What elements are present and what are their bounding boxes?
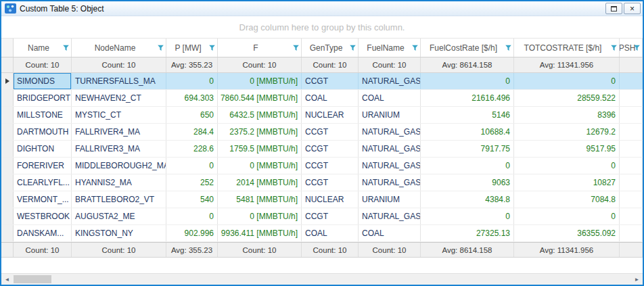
column-header-f[interactable]: F: [218, 39, 302, 57]
cell-gentype[interactable]: NUCLEAR: [302, 107, 359, 123]
cell-nodename[interactable]: NEWHAVEN2_CT: [72, 90, 166, 106]
cell-nodename[interactable]: TURNERSFALLS_MA: [72, 73, 166, 89]
cell-fuelcostrate[interactable]: 21616.496: [421, 90, 514, 106]
cell-name[interactable]: DANSKAM...: [14, 225, 72, 241]
cell-f[interactable]: 6432.5 [MMBTU/h]: [218, 107, 302, 123]
cell-totcostrate[interactable]: 28559.522: [514, 90, 620, 106]
cell-fuelname[interactable]: NATURAL_GAS: [359, 73, 421, 89]
filter-icon[interactable]: [63, 45, 69, 51]
cell-psh[interactable]: [620, 225, 643, 241]
cell-totcostrate[interactable]: 7084.8: [514, 191, 620, 208]
cell-totcostrate[interactable]: 0: [514, 158, 620, 174]
cell-name[interactable]: FORERIVER: [14, 158, 72, 174]
cell-totcostrate[interactable]: 0: [514, 208, 620, 224]
cell-fuelname[interactable]: NATURAL_GAS: [359, 141, 421, 157]
cell-name[interactable]: BRIDGEPORT: [14, 90, 72, 106]
table-row[interactable]: WESTBROOKAUGUSTA2_ME00 [MMBTU/h]CCGTNATU…: [1, 208, 643, 225]
cell-fuelcostrate[interactable]: 9063: [421, 174, 514, 191]
cell-gentype[interactable]: COAL: [302, 225, 359, 241]
cell-psh[interactable]: [620, 90, 643, 106]
filter-icon[interactable]: [209, 45, 215, 51]
row-indicator[interactable]: [1, 124, 14, 140]
cell-fuelname[interactable]: NATURAL_GAS: [359, 208, 421, 224]
row-indicator[interactable]: [1, 141, 14, 157]
cell-fuelcostrate[interactable]: 0: [421, 208, 514, 224]
scroll-right-button[interactable]: ►: [631, 274, 643, 285]
cell-f[interactable]: 5481 [MMBTU/h]: [218, 191, 302, 208]
table-row[interactable]: DANSKAM...KINGSTON_NY902.9969936.411 [MM…: [1, 225, 643, 242]
row-indicator[interactable]: [1, 191, 14, 208]
table-row[interactable]: VERMONT_...BRATTLEBORO2_VT5405481 [MMBTU…: [1, 191, 643, 208]
table-row[interactable]: FORERIVERMIDDLEBOROUGH2_MA00 [MMBTU/h]CC…: [1, 158, 643, 174]
scrollbar-thumb[interactable]: [14, 275, 51, 283]
cell-f[interactable]: 0 [MMBTU/h]: [218, 73, 302, 89]
cell-fuelcostrate[interactable]: 5146: [421, 107, 514, 123]
cell-p_mw[interactable]: 284.4: [166, 124, 218, 140]
cell-psh[interactable]: [620, 124, 643, 140]
table-row[interactable]: MILLSTONEMYSTIC_CT6506432.5 [MMBTU/h]NUC…: [1, 107, 643, 124]
cell-psh[interactable]: [620, 208, 643, 224]
group-by-panel[interactable]: Drag column here to group by this column…: [1, 16, 643, 39]
cell-p_mw[interactable]: 902.996: [166, 225, 218, 241]
cell-fuelname[interactable]: NATURAL_GAS: [359, 124, 421, 140]
row-indicator[interactable]: [1, 73, 14, 89]
cell-f[interactable]: 9936.411 [MMBTU/h]: [218, 225, 302, 241]
cell-nodename[interactable]: KINGSTON_NY: [72, 225, 166, 241]
filter-icon[interactable]: [634, 45, 640, 51]
cell-nodename[interactable]: FALLRIVER4_MA: [72, 124, 166, 140]
cell-totcostrate[interactable]: 0: [514, 73, 620, 89]
table-row[interactable]: CLEARLYFL...HYANNIS2_MA2522014 [MMBTU/h]…: [1, 174, 643, 191]
row-indicator[interactable]: [1, 225, 14, 241]
cell-psh[interactable]: [620, 191, 643, 208]
cell-psh[interactable]: [620, 73, 643, 89]
cell-f[interactable]: 0 [MMBTU/h]: [218, 158, 302, 174]
cell-p_mw[interactable]: 0: [166, 208, 218, 224]
cell-totcostrate[interactable]: 8396: [514, 107, 620, 123]
cell-gentype[interactable]: CCGT: [302, 141, 359, 157]
cell-gentype[interactable]: CCGT: [302, 73, 359, 89]
cell-gentype[interactable]: COAL: [302, 90, 359, 106]
cell-fuelname[interactable]: NATURAL_GAS: [359, 174, 421, 191]
cell-fuelname[interactable]: URANIUM: [359, 191, 421, 208]
titlebar[interactable]: Custom Table 5: Object ×: [1, 1, 643, 16]
cell-gentype[interactable]: CCGT: [302, 208, 359, 224]
column-header-name[interactable]: Name: [14, 39, 72, 57]
cell-p_mw[interactable]: 650: [166, 107, 218, 123]
cell-name[interactable]: CLEARLYFL...: [14, 174, 72, 191]
cell-fuelcostrate[interactable]: 7917.75: [421, 141, 514, 157]
row-indicator[interactable]: [1, 208, 14, 224]
column-header-fuelcostrate[interactable]: FuelCostRate [$/h]: [421, 39, 514, 57]
horizontal-scrollbar[interactable]: ◄ ►: [1, 273, 643, 285]
cell-nodename[interactable]: MYSTIC_CT: [72, 107, 166, 123]
cell-psh[interactable]: [620, 107, 643, 123]
column-header-psh[interactable]: PSH: [620, 39, 643, 57]
cell-nodename[interactable]: AUGUSTA2_ME: [72, 208, 166, 224]
table-row[interactable]: DIGHTONFALLRIVER3_MA228.61759.5 [MMBTU/h…: [1, 141, 643, 158]
cell-fuelname[interactable]: COAL: [359, 225, 421, 241]
cell-name[interactable]: SIMONDS: [14, 73, 72, 89]
cell-fuelname[interactable]: COAL: [359, 90, 421, 106]
cell-f[interactable]: 2014 [MMBTU/h]: [218, 174, 302, 191]
cell-fuelcostrate[interactable]: 10688.4: [421, 124, 514, 140]
filter-icon[interactable]: [158, 45, 164, 51]
scroll-left-button[interactable]: ◄: [1, 274, 13, 285]
cell-nodename[interactable]: FALLRIVER3_MA: [72, 141, 166, 157]
table-row[interactable]: SIMONDSTURNERSFALLS_MA00 [MMBTU/h]CCGTNA…: [1, 73, 643, 90]
filter-icon[interactable]: [293, 45, 299, 51]
cell-name[interactable]: WESTBROOK: [14, 208, 72, 224]
cell-totcostrate[interactable]: 10827: [514, 174, 620, 191]
close-button[interactable]: ×: [624, 3, 641, 14]
cell-gentype[interactable]: CCGT: [302, 174, 359, 191]
column-header-totcostrate[interactable]: TOTCOSTRATE [$/h]: [514, 39, 620, 57]
cell-p_mw[interactable]: 228.6: [166, 141, 218, 157]
cell-p_mw[interactable]: 252: [166, 174, 218, 191]
cell-totcostrate[interactable]: 12679.2: [514, 124, 620, 140]
restore-button[interactable]: [605, 3, 622, 14]
cell-nodename[interactable]: HYANNIS2_MA: [72, 174, 166, 191]
filter-icon[interactable]: [350, 45, 356, 51]
cell-name[interactable]: DARTMOUTH: [14, 124, 72, 140]
cell-gentype[interactable]: CCGT: [302, 158, 359, 174]
cell-fuelname[interactable]: URANIUM: [359, 107, 421, 123]
table-row[interactable]: BRIDGEPORTNEWHAVEN2_CT694.3037860.544 [M…: [1, 90, 643, 107]
scrollbar-track[interactable]: [13, 274, 631, 285]
